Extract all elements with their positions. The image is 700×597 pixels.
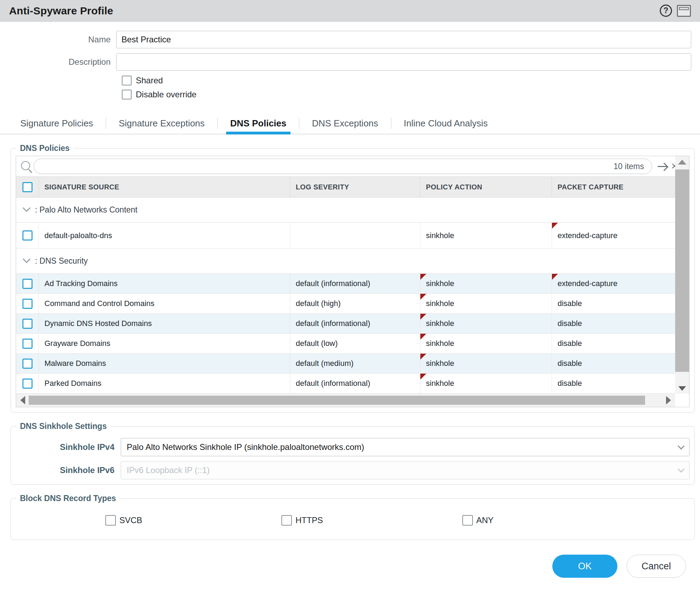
override-flag xyxy=(420,314,426,320)
vertical-scroll-thumb[interactable] xyxy=(675,169,689,372)
tab-dns-policies[interactable]: DNS Policies xyxy=(228,113,288,134)
row-checkbox[interactable] xyxy=(22,299,33,309)
scroll-left-arrow-icon[interactable] xyxy=(20,396,25,404)
tab-separator xyxy=(299,118,299,129)
dialog-titlebar: Anti-Spyware Profile ? xyxy=(0,0,700,22)
scroll-down-arrow-icon[interactable] xyxy=(678,386,686,391)
tab-inline-cloud-analysis[interactable]: Inline Cloud Analysis xyxy=(402,113,490,134)
option-https: HTTPS xyxy=(281,515,323,526)
cell-signature-source: default-paloalto-dns xyxy=(38,223,290,248)
chevron-down-icon[interactable] xyxy=(23,204,31,212)
items-count: 10 items xyxy=(614,162,644,171)
sinkhole-ipv6-dropdown: IPv6 Loopback IP (::1) xyxy=(121,461,690,479)
name-row: Name xyxy=(0,31,700,48)
tab-separator xyxy=(106,118,106,129)
dns-policies-table: 10 items ✕ SIGNATURE SOURCE LOG SEVERITY… xyxy=(16,156,690,407)
row-select-cell xyxy=(16,374,38,393)
table-row[interactable]: Grayware Domains default (low) sinkhole … xyxy=(16,334,689,354)
row-select-cell xyxy=(16,354,38,373)
disable-override-checkbox[interactable] xyxy=(122,90,132,99)
chevron-down-icon[interactable] xyxy=(23,255,31,263)
override-flag xyxy=(420,374,426,380)
row-checkbox[interactable] xyxy=(22,359,33,369)
override-flag xyxy=(420,354,426,360)
search-input[interactable] xyxy=(40,162,614,171)
cell-packet-capture: extended-capture xyxy=(552,223,675,248)
cell-signature-source: Dynamic DNS Hosted Domains xyxy=(38,314,290,333)
override-flag xyxy=(552,223,558,229)
scroll-up-arrow-icon[interactable] xyxy=(678,160,686,165)
name-label: Name xyxy=(0,35,116,44)
https-checkbox[interactable] xyxy=(281,515,292,526)
svcb-label: SVCB xyxy=(119,515,142,525)
row-select-cell xyxy=(16,223,38,248)
col-signature-source[interactable]: SIGNATURE SOURCE xyxy=(38,177,290,197)
ok-button[interactable]: OK xyxy=(552,555,617,578)
table-row[interactable]: Malware Domains default (medium) sinkhol… xyxy=(16,354,689,374)
override-flag xyxy=(552,274,558,280)
row-checkbox[interactable] xyxy=(22,319,33,329)
shared-checkbox[interactable] xyxy=(122,76,132,85)
vertical-scrollbar xyxy=(675,156,689,394)
col-log-severity[interactable]: LOG SEVERITY xyxy=(290,177,420,197)
shared-row: Shared xyxy=(122,76,700,85)
col-packet-capture[interactable]: PACKET CAPTURE xyxy=(552,177,675,197)
description-input[interactable] xyxy=(116,53,691,71)
row-checkbox[interactable] xyxy=(22,230,33,241)
disable-override-row: Disable override xyxy=(122,90,700,99)
row-checkbox[interactable] xyxy=(22,339,33,349)
sinkhole-ipv4-dropdown[interactable]: Palo Alto Networks Sinkhole IP (sinkhole… xyxy=(121,438,690,456)
sinkhole-ipv6-label: Sinkhole IPv6 xyxy=(16,465,121,475)
description-label: Description xyxy=(0,57,116,67)
cell-log-severity: default (medium) xyxy=(290,354,420,373)
dialog-title: Anti-Spyware Profile xyxy=(9,5,113,17)
override-flag xyxy=(420,294,426,300)
horizontal-scroll-thumb[interactable] xyxy=(29,396,645,405)
search-icon[interactable] xyxy=(21,161,30,170)
cell-policy-action: sinkhole xyxy=(420,374,552,393)
cancel-button[interactable]: Cancel xyxy=(626,555,686,578)
select-all-checkbox[interactable] xyxy=(22,182,33,192)
tab-signature-policies[interactable]: Signature Policies xyxy=(18,113,95,134)
table-search-row: 10 items ✕ xyxy=(16,156,689,176)
window-restore-icon[interactable] xyxy=(677,5,691,17)
apply-filter-arrow-icon[interactable] xyxy=(657,162,669,170)
group-label: : DNS Security xyxy=(35,256,88,266)
row-checkbox[interactable] xyxy=(22,279,33,289)
svcb-checkbox[interactable] xyxy=(105,515,116,526)
disable-override-label: Disable override xyxy=(136,90,196,99)
tab-dns-exceptions[interactable]: DNS Exceptions xyxy=(310,113,380,134)
table-row[interactable]: Dynamic DNS Hosted Domains default (info… xyxy=(16,314,689,334)
chevron-down-icon xyxy=(678,443,685,450)
tab-separator xyxy=(391,118,391,129)
scroll-right-arrow-icon[interactable] xyxy=(666,396,671,404)
row-select-cell xyxy=(16,334,38,353)
dns-sinkhole-settings-section: DNS Sinkhole Settings Sinkhole IPv4 Palo… xyxy=(10,422,695,485)
cell-log-severity xyxy=(290,223,420,248)
col-policy-action[interactable]: POLICY ACTION xyxy=(420,177,552,197)
table-row[interactable]: Parked Domains default (informational) s… xyxy=(16,374,689,394)
dns-policies-section: DNS Policies 10 items ✕ SIGNATURE SOURCE… xyxy=(10,144,695,412)
any-checkbox[interactable] xyxy=(462,515,473,526)
cell-packet-capture: disable xyxy=(552,314,675,333)
block-dns-record-types-section: Block DNS Record Types SVCB HTTPS ANY xyxy=(10,494,695,540)
group-row-palo-alto-content[interactable]: : Palo Alto Networks Content xyxy=(16,197,689,223)
cell-policy-action: sinkhole xyxy=(420,223,552,248)
sinkhole-ipv6-value: IPv6 Loopback IP (::1) xyxy=(127,465,679,475)
block-dns-record-types-legend: Block DNS Record Types xyxy=(16,494,119,503)
override-flag xyxy=(420,274,426,280)
profile-form: Name Description Shared Disable override xyxy=(0,22,700,99)
https-label: HTTPS xyxy=(295,515,323,525)
select-all-cell xyxy=(16,177,38,197)
name-input[interactable] xyxy=(116,31,691,48)
clear-filter-icon[interactable]: ✕ xyxy=(671,161,675,171)
table-row[interactable]: default-paloalto-dns sinkhole extended-c… xyxy=(16,223,689,249)
cell-log-severity: default (informational) xyxy=(290,314,420,333)
row-checkbox[interactable] xyxy=(22,379,33,389)
table-row[interactable]: Ad Tracking Domains default (information… xyxy=(16,274,689,294)
tab-signature-exceptions[interactable]: Signature Exceptions xyxy=(117,113,207,134)
table-row[interactable]: Command and Control Domains default (hig… xyxy=(16,294,689,314)
cell-policy-action: sinkhole xyxy=(420,334,552,353)
group-row-dns-security[interactable]: : DNS Security xyxy=(16,249,689,274)
help-icon[interactable]: ? xyxy=(660,5,672,17)
